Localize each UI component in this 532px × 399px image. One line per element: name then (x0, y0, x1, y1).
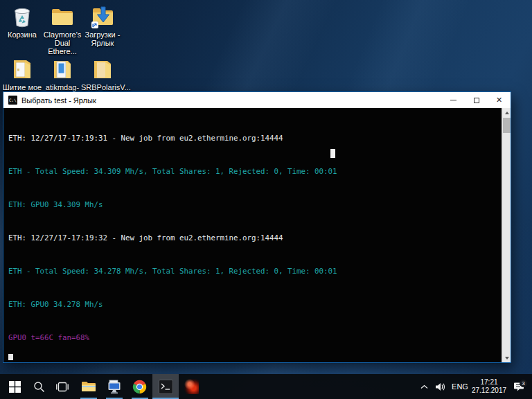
scroll-down-icon (505, 357, 509, 360)
clock[interactable]: 17:21 27.12.2017 (471, 374, 507, 399)
chrome-icon (132, 380, 147, 394)
action-center-button[interactable]: 3 (510, 374, 528, 399)
search-icon (33, 381, 45, 393)
clock-time: 17:21 (480, 378, 497, 387)
windows-logo-icon (9, 381, 21, 393)
close-button[interactable]: ✕ (488, 92, 511, 108)
red-app-icon (184, 379, 199, 394)
text-cursor (330, 149, 335, 158)
folder-with-document-icon (50, 57, 75, 82)
console-output[interactable]: ETH: 12/27/17-17:19:31 - New job from eu… (3, 108, 511, 362)
maximize-icon (474, 98, 479, 103)
desktop-icon-label: Корзина (1, 30, 44, 39)
console-line: ETH - Total Speed: 34.309 Mh/s, Total Sh… (8, 168, 511, 176)
cmd-taskbar-button[interactable] (152, 374, 179, 399)
pc-app-button[interactable] (102, 374, 127, 399)
desktop-icon-label: Шитие мое (1, 83, 44, 91)
folder-icon (50, 4, 75, 29)
command-prompt-icon (159, 380, 173, 394)
downloads-folder-icon (90, 4, 115, 29)
console-line: ETH: 12/27/17-17:19:32 - New job from eu… (8, 234, 511, 242)
chrome-button[interactable] (127, 374, 152, 399)
language-label: ENG (452, 382, 468, 391)
desktop-icon-shitie-moe[interactable]: Шитие мое (1, 57, 44, 91)
desktop-icon-label: SRBPolarisV... (81, 83, 124, 91)
task-view-icon (56, 382, 69, 392)
vertical-scrollbar[interactable] (502, 108, 511, 362)
console-line: GPU0 t=66C fan=68% (8, 334, 511, 342)
desktop-icon-label: Claymore's Dual Ethere... (41, 30, 84, 55)
scroll-down-button[interactable] (502, 353, 511, 362)
open-folder-icon (10, 57, 35, 82)
start-button[interactable] (3, 374, 26, 399)
cmd-window: C:\ Выбрать test - Ярлык ✕ ETH: 12/27/17… (3, 91, 511, 363)
console-caret (8, 354, 13, 360)
shortcut-arrow-badge (91, 21, 98, 28)
file-explorer-icon (81, 380, 96, 393)
task-view-button[interactable] (51, 374, 73, 399)
tray-expand-button[interactable] (417, 374, 431, 399)
scroll-up-button[interactable] (502, 108, 511, 117)
console-line: ETH: 12/27/17-17:19:31 - New job from eu… (8, 134, 511, 143)
desktop-icon-claymore-folder[interactable]: Claymore's Dual Ethere... (41, 4, 84, 55)
caption-buttons: ✕ (442, 92, 511, 108)
console-line: ETH: GPU0 34.278 Mh/s (8, 301, 511, 309)
scrollbar-thumb[interactable] (503, 118, 511, 133)
taskbar: ENG 17:21 27.12.2017 3 (0, 374, 532, 399)
desktop-icon-recycle-bin[interactable]: Корзина (1, 4, 44, 39)
desktop-icon-label: Загрузки - Ярлык (81, 30, 124, 47)
folder-upright-icon (90, 57, 115, 82)
monitor-icon (107, 380, 122, 394)
chevron-up-icon (420, 384, 428, 389)
minimize-icon (450, 100, 456, 100)
language-indicator[interactable]: ENG (449, 374, 471, 399)
notification-badge: 3 (520, 380, 527, 387)
cmd-app-icon: C:\ (8, 96, 17, 105)
maximize-button[interactable] (465, 92, 488, 108)
console-line: ETH: GPU0 34.309 Mh/s (8, 201, 511, 209)
red-app-button[interactable] (179, 374, 203, 399)
console-line: ETH - Total Speed: 34.278 Mh/s, Total Sh… (8, 267, 511, 276)
clock-date: 27.12.2017 (472, 387, 506, 395)
scroll-up-icon (505, 112, 509, 114)
window-titlebar[interactable]: C:\ Выбрать test - Ярлык ✕ (3, 92, 511, 108)
recycle-bin-icon (10, 4, 35, 29)
window-title: Выбрать test - Ярлык (21, 96, 96, 105)
speaker-icon (435, 382, 445, 391)
minimize-button[interactable] (442, 92, 465, 108)
search-button[interactable] (28, 374, 50, 399)
desktop-icon-downloads-shortcut[interactable]: Загрузки - Ярлык (81, 4, 124, 47)
desktop-icon-srbpolaris[interactable]: SRBPolarisV... (81, 57, 124, 91)
volume-button[interactable] (432, 374, 447, 399)
file-explorer-button[interactable] (76, 374, 102, 399)
notification-icon: 3 (513, 382, 524, 391)
close-icon: ✕ (496, 96, 502, 104)
